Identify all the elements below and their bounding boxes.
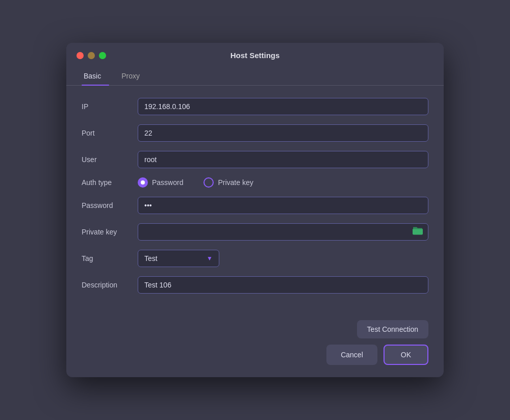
user-row: User (82, 151, 428, 168)
description-label: Description (82, 281, 138, 289)
password-label: Password (82, 201, 138, 209)
description-input[interactable] (138, 276, 428, 294)
maximize-button[interactable] (99, 52, 106, 59)
close-button[interactable] (76, 52, 84, 59)
tag-select[interactable]: Test ▼ (138, 250, 219, 267)
port-label: Port (82, 129, 138, 137)
tab-basic[interactable]: Basic (82, 67, 109, 85)
tab-proxy[interactable]: Proxy (119, 67, 148, 85)
radio-password-circle[interactable] (138, 177, 148, 188)
ip-label: IP (82, 102, 138, 111)
tag-row: Tag Test ▼ (82, 250, 428, 267)
private-key-row: Private key (82, 223, 428, 241)
radio-private-key-label: Private key (218, 178, 253, 187)
minimize-button[interactable] (88, 52, 95, 59)
tabs: Basic Proxy (66, 67, 444, 86)
password-input[interactable] (138, 197, 428, 214)
host-settings-dialog: Host Settings Basic Proxy IP Port User A… (66, 43, 444, 377)
auth-type-options: Password Private key (138, 177, 253, 188)
traffic-lights (76, 52, 106, 59)
tag-dropdown-arrow-icon: ▼ (207, 255, 213, 262)
tag-select-value: Test (144, 254, 202, 262)
dialog-title: Host Settings (231, 51, 280, 67)
auth-type-row: Auth type Password Private key (82, 177, 428, 188)
radio-private-key-circle[interactable] (203, 177, 214, 188)
port-input[interactable] (138, 124, 428, 142)
title-bar: Host Settings (66, 43, 444, 67)
user-label: User (82, 155, 138, 164)
ip-input[interactable] (138, 98, 428, 115)
bottom-buttons: Cancel OK (326, 345, 428, 365)
radio-password[interactable]: Password (138, 177, 183, 188)
port-row: Port (82, 124, 428, 142)
ip-row: IP (82, 98, 428, 115)
test-connection-button[interactable]: Test Connection (357, 320, 428, 338)
cancel-button[interactable]: Cancel (326, 345, 377, 365)
ok-button[interactable]: OK (384, 345, 428, 365)
private-key-input[interactable] (138, 223, 428, 241)
radio-password-label: Password (152, 178, 183, 187)
auth-type-label: Auth type (82, 178, 138, 187)
footer: Test Connection Cancel OK (66, 315, 444, 377)
user-input[interactable] (138, 151, 428, 168)
folder-browse-button[interactable] (412, 226, 423, 238)
password-row: Password (82, 197, 428, 214)
description-row: Description (82, 276, 428, 294)
tag-label: Tag (82, 254, 138, 262)
private-key-wrapper (138, 223, 428, 241)
form-content: IP Port User Auth type Password Priva (66, 86, 444, 315)
radio-private-key[interactable]: Private key (203, 177, 253, 188)
private-key-label: Private key (82, 228, 138, 236)
